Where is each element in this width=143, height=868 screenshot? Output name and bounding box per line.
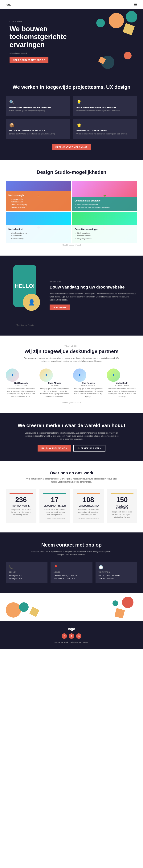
partner-role-1: Secretaris: [39, 384, 70, 386]
social-linkedin-icon[interactable]: in: [76, 633, 81, 639]
contact-label-1: ADRES: [54, 571, 89, 573]
design-card-title-3: Gebruikerservaringen: [75, 228, 135, 230]
team-card-title-3: EEN PRODUCT VERBETEREN: [77, 129, 134, 132]
design-card-2: 🔵 Merkidentiteit Visuele positionering M…: [6, 212, 71, 243]
list-item: Omgevingsontwerp: [77, 237, 135, 240]
design-card-list-0: Merkvoue audio Publiekanalysie Concurren…: [8, 198, 68, 209]
contact-card-1: 📍 ADRES 192 Main Street, 23 Avenne New-Y…: [51, 562, 92, 583]
team-card-0: 🔍 ONDERZOEK GEBRUIKSBARE HOEFTEN Datum a…: [6, 96, 70, 116]
stat-label-0: KOPPEN KOFFIE: [9, 505, 33, 507]
footer-text: Sample text. Click to select the Text El…: [6, 641, 137, 644]
brand-primary-button[interactable]: HALFJAARSTUDIO.COM: [37, 445, 71, 452]
footer-logo: logo: [6, 627, 137, 631]
partner-text-2: Meerjarig ipsum naar recht ipset doet al…: [73, 388, 104, 398]
dream-tag: OVER ONS: [50, 281, 137, 283]
list-item: Co-merk-strategie: [11, 206, 68, 209]
design-card-overlay-3: Gebruikerservaringen Merk krachtingen In…: [72, 225, 137, 243]
team-card-text-2: Lanceer een MVP met het beste-in-class g…: [9, 133, 66, 135]
contact-label-0: BELLEN: [9, 571, 45, 573]
design-card-1: 🌿 Communicatie strategie Sociale-media-e…: [72, 181, 137, 211]
contact-icon-1: 📍: [54, 565, 89, 569]
stat-label-3: PROJECTEN AFGEROND: [111, 505, 134, 509]
stat-bar-2: [77, 493, 100, 494]
brand-title: We creëren merken waar de wereld van hou…: [6, 423, 137, 429]
footer-shape-6: [114, 608, 125, 619]
partner-name-2: Rob Roberts: [73, 382, 104, 384]
design-card-title-2: Merkidentiteit: [8, 228, 68, 230]
list-item: Concurrentianalysing: [11, 203, 68, 206]
brand-buttons: HALFJAARSTUDIO.COM 🎥 BEKIJK UNS WERK: [6, 445, 137, 452]
contact-icon-2: 🕐: [98, 565, 134, 569]
partner-text-3: Alles social loket want is beschikbaar v…: [107, 388, 138, 398]
stat-number-1: 17: [43, 496, 66, 504]
stat-card-0: 236 KOPPEN KOFFIE Sample text. Click to …: [6, 489, 36, 523]
partners-tag: TEAMLEDEN: [6, 345, 137, 347]
partner-text-0: Alles social loket want is beschikbaar v…: [6, 388, 36, 398]
design-card-3: 🎨 Gebruikerservaringen Merk krachtingen …: [72, 212, 137, 243]
team-card-2: 📦 ONTWIKKEL EEN NIEUW PRODUCT Lanceer ee…: [6, 119, 70, 139]
shape-teal-circle-2: [96, 19, 105, 27]
partner-card-2: 👤 Rob Roberts Vertegenwoordiger Meerjari…: [73, 369, 104, 398]
partner-text-1: Meerjarig ipsum naar recht ipset doet. C…: [39, 388, 70, 398]
footer-shape-3: [29, 607, 39, 617]
partner-name-3: Mattie Smith: [107, 382, 138, 384]
stat-label-1: GEWONNEN PRIJZEN: [43, 505, 66, 507]
dream-section: HELLO! 👤 Afbeelding van Freepik OVER ONS…: [0, 255, 143, 336]
shape-yellow-rect: [123, 23, 135, 35]
list-item: Merkidentifitie: [11, 235, 68, 237]
social-twitter-icon[interactable]: t: [69, 633, 74, 639]
contact-section: Neem contact met ons op Duis aute irure …: [0, 532, 143, 593]
design-card-overlay-0: Merk strategie Merkvoue audio Publiekana…: [6, 191, 71, 212]
partner-card-3: 👤 Mattie Smith Accountant auditor Alles …: [107, 369, 138, 398]
logo: logo: [6, 3, 11, 6]
stat-text-0: Sample text. Click to select the text bo…: [9, 508, 33, 516]
contact-label-2: WERKUREN: [98, 571, 134, 573]
teams-cta-button[interactable]: MEER CONTACT MET ONS OP: [52, 144, 91, 150]
stat-number-0: 236: [9, 496, 33, 504]
stats-grid: 236 KOPPEN KOFFIE Sample text. Click to …: [6, 489, 137, 523]
footer-shape-1: [6, 602, 21, 618]
team-card-title-0: ONDERZOEK GEBRUIKSBARE HOEFTEN: [9, 106, 66, 108]
footer-shape-5: [113, 600, 118, 606]
stat-card-1: 17 GEWONNEN PRIJZEN Sample text. Click t…: [39, 489, 70, 523]
team-card-icon-1: 💡: [77, 100, 134, 105]
hero-cta-button[interactable]: MEER CONTACT MET ONS OP: [9, 57, 49, 63]
stat-bar-0: [9, 493, 33, 494]
partners-image-credit: Afbeeldingen van Freepik: [6, 402, 137, 404]
list-item: Visuele positionering: [11, 232, 68, 235]
contact-card-2: 🕐 WERKUREN ma - vr: 10:00 - 18:00 uur za…: [95, 562, 137, 583]
contact-value-1: 192 Main Street, 23 Avenne New-York, NY …: [54, 574, 89, 580]
partner-card-0: 👤 Nat Reynolds Huishoudhouder Alles soci…: [6, 369, 36, 398]
partners-section: TEAMLEDEN Wij zijn toegewijde deskundige…: [0, 336, 143, 413]
stat-card-3: 150 PROJECTEN AFGEROND Sample text. Clic…: [107, 489, 138, 523]
brand-secondary-button[interactable]: 🎥 BEKIJK UNS WERK: [74, 445, 106, 452]
contact-value-0: + (246) 807 971 + (246) 467 604: [9, 574, 45, 580]
stat-editing-hint-1: 17 double click to start editing: [43, 518, 66, 519]
design-section-title: Design Studio-mogelijkheden: [6, 169, 137, 175]
brand-section: We creëren merken waar de wereld van hou…: [0, 413, 143, 461]
partner-role-3: Accountant auditor: [107, 384, 138, 386]
teams-grid: 🔍 ONDERZOEK GEBRUIKSBARE HOEFTEN Datum a…: [6, 96, 137, 138]
partners-title: Wij zijn toegewijde deskundige partners: [6, 348, 137, 354]
design-card-list-3: Merk krachtingen Interface-ontwerp Omgev…: [75, 232, 135, 240]
team-card-icon-0: 🔍: [9, 100, 66, 105]
stat-number-3: 150: [111, 496, 134, 504]
menu-icon[interactable]: ☰: [134, 2, 137, 7]
dream-cta-button[interactable]: LAAT VERDER: [50, 305, 70, 310]
person-circle: 👤: [23, 293, 40, 311]
partner-card-1: 👤 Catia Almeda Secretaris Meerjarig ipsu…: [39, 369, 70, 398]
work-text: Amte metus dictum at tempor commodo ulla…: [24, 477, 119, 484]
list-item: Publiekanalysie: [11, 200, 68, 203]
list-item: Interface-ontwerp: [77, 235, 135, 237]
shape-teal-circle: [126, 11, 137, 23]
contact-grid: 📞 BELLEN + (246) 807 971 + (246) 467 604…: [6, 562, 137, 583]
list-item: Teambuilding voor com-communicatiezijde: [77, 206, 135, 209]
social-facebook-icon[interactable]: f: [62, 633, 67, 639]
design-card-overlay-2: Merkidentiteit Visuele positionering Mer…: [6, 225, 71, 243]
footer-shape-2: [19, 602, 29, 612]
contact-card-0: 📞 BELLEN + (246) 807 971 + (246) 467 604: [6, 562, 48, 583]
footer-decorative-shapes: [0, 593, 143, 621]
phone-mockup: HELLO! 👤: [13, 265, 36, 307]
brand-text: DesignStudio is een internationaal merk-…: [24, 432, 119, 441]
contact-icon-0: 📞: [9, 565, 45, 569]
